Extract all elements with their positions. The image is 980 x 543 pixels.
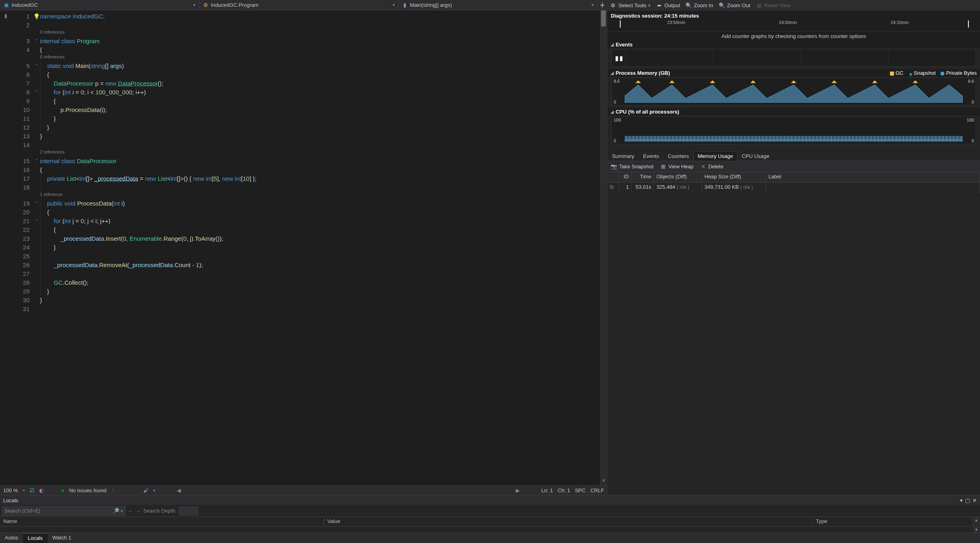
indent-mode[interactable]: SPC — [575, 487, 586, 493]
snapshot-grid-header: ID Time Objects (Diff) Heap Size (Diff) … — [607, 172, 980, 183]
line-ending[interactable]: CRLF — [590, 487, 604, 493]
profiler-tabs: Summary Events Counters Memory Usage CPU… — [607, 150, 980, 161]
zoom-out-button[interactable]: 🔍Zoom Out — [719, 2, 750, 8]
codelens-references[interactable]: 0 references — [40, 30, 64, 34]
collapse-icon: ◢ — [611, 71, 614, 75]
view-heap-button[interactable]: ⊞View Heap — [660, 164, 693, 170]
col-objects[interactable]: Objects (Diff) — [654, 172, 702, 182]
col-label[interactable]: Label — [766, 172, 980, 182]
nav-back-button[interactable]: ← — [128, 508, 133, 514]
svg-marker-3 — [751, 80, 756, 83]
tab-events[interactable]: Events — [639, 151, 663, 161]
tab-locals[interactable]: Locals — [23, 533, 48, 543]
class-dropdown[interactable]: ⚙InducedGC.Program▾ — [199, 0, 399, 10]
memory-chart[interactable]: 8.6 0 8.6 0 — [611, 78, 976, 106]
class-name: InducedGC.Program — [211, 2, 259, 8]
snapshot-toolbar: 📷Take Snapshot ⊞View Heap ✕Delete — [607, 161, 980, 172]
member-name: Main(string[] args) — [410, 2, 452, 8]
col-name[interactable]: Name — [0, 517, 324, 526]
health-icon[interactable]: ☑ — [30, 487, 34, 493]
code-editor[interactable]: namespace InducedGC; 0 references intern… — [40, 10, 600, 485]
cpu-header[interactable]: ◢CPU (% of all processors) — [607, 108, 980, 116]
diagnostics-toolbar: ⚙Select Tools▾ ➦Output 🔍Zoom In 🔍Zoom Ou… — [607, 0, 980, 11]
chevron-down-icon: ▾ — [193, 2, 196, 8]
cell-objects-diff: ( n/a ) — [677, 184, 689, 190]
issues-text[interactable]: No issues found — [69, 487, 106, 493]
output-button[interactable]: ➦Output — [656, 2, 680, 8]
gear-icon: ⚙ — [610, 2, 616, 8]
zoom-out-icon: 🔍 — [719, 2, 725, 8]
nav-forward-button[interactable]: → — [136, 508, 141, 514]
tab-counters[interactable]: Counters — [663, 151, 693, 161]
cleanup-icon[interactable]: 🖌 — [143, 487, 148, 493]
svg-marker-6 — [872, 80, 878, 83]
col-time[interactable]: Time — [631, 172, 654, 182]
scroll-down-icon[interactable]: ▼ — [974, 527, 978, 532]
timeline-ruler[interactable]: 23:50min 24:00min 24:10min — [607, 20, 980, 32]
search-depth-label: Search Depth: — [143, 508, 176, 514]
legend-gc: GC — [890, 70, 904, 76]
close-icon[interactable]: ✕ — [972, 497, 977, 503]
vertical-scrollbar[interactable]: ▲ ▼ — [600, 10, 607, 485]
pause-icon: ▮▮ — [615, 54, 624, 62]
codelens-references[interactable]: 0 references — [40, 54, 64, 59]
split-editor-button[interactable]: ╪ — [597, 2, 607, 8]
search-depth-combo[interactable] — [179, 507, 198, 515]
events-lane[interactable]: ▮▮ — [611, 49, 976, 67]
zoom-level[interactable]: 100 % — [3, 487, 18, 493]
member-dropdown[interactable]: ▮Main(string[] args)▾ — [399, 0, 598, 10]
chevron-down-icon: ▾ — [393, 2, 395, 8]
cell-objects: 325,484 — [656, 184, 675, 190]
select-tools-button[interactable]: ⚙Select Tools▾ — [610, 2, 650, 8]
take-snapshot-button[interactable]: 📷Take Snapshot — [611, 164, 653, 170]
glyph-margin[interactable]: ▮ — [0, 10, 11, 485]
collapse-icon: ◢ — [611, 110, 614, 114]
svg-marker-5 — [832, 80, 837, 83]
codelens-references[interactable]: 2 references — [40, 150, 64, 154]
codelens-references[interactable]: 1 reference — [40, 192, 62, 197]
scroll-up-icon[interactable]: ▲ — [974, 518, 978, 522]
fold-gutter[interactable]: 💡˅˅˅˅˅˅ — [33, 10, 40, 485]
col-heap[interactable]: Heap Size (Diff) — [702, 172, 766, 182]
zoom-in-icon: 🔍 — [685, 2, 692, 8]
tab-watch[interactable]: Watch 1 — [48, 533, 76, 543]
output-icon: ➦ — [656, 2, 662, 8]
delete-snapshot-button[interactable]: ✕Delete — [700, 164, 723, 170]
hscroll-left-icon[interactable]: ◀ — [177, 487, 181, 493]
legend-private-bytes: Private Bytes — [940, 70, 977, 76]
cpu-chart[interactable]: 100 0 100 0 — [611, 116, 976, 144]
search-icon[interactable]: 🔎 — [113, 508, 119, 514]
search-input[interactable]: Search (Ctrl+E)🔎▾ — [2, 506, 126, 516]
pin-icon[interactable]: ▢ — [965, 497, 970, 503]
zoom-in-button[interactable]: 🔍Zoom In — [685, 2, 713, 8]
search-placeholder: Search (Ctrl+E) — [4, 508, 40, 514]
analyzer-icon[interactable]: ◐ — [39, 487, 44, 493]
scrollbar[interactable]: ▲▼ — [973, 517, 980, 533]
locals-panel: Locals ▾ ▢ ✕ Search (Ctrl+E)🔎▾ ← → Searc… — [0, 495, 980, 543]
window-position-icon[interactable]: ▾ — [960, 497, 963, 503]
tab-cpu-usage[interactable]: CPU Usage — [738, 151, 774, 161]
col-id[interactable]: ID — [619, 172, 631, 182]
heap-icon: ⊞ — [660, 164, 666, 170]
cell-id: 1 — [619, 183, 631, 193]
col-type[interactable]: Type — [813, 517, 973, 526]
tab-summary[interactable]: Summary — [607, 151, 639, 161]
tab-memory-usage[interactable]: Memory Usage — [693, 151, 738, 161]
reset-view-button[interactable]: ▥Reset View — [756, 2, 791, 8]
project-dropdown[interactable]: ▣InducedGC▾ — [0, 0, 199, 10]
memory-header[interactable]: ◢Process Memory (GB) GC ▼Snapshot Privat… — [607, 69, 980, 77]
line-numbers: 1234567891011121314151617181920212223242… — [11, 10, 33, 485]
delete-icon: ✕ — [700, 164, 706, 170]
caret-line[interactable]: Ln: 1 — [541, 487, 553, 493]
editor-status-bar: 100 %▾ ☑ ◐ ● No issues found 🖌▾ ◀ ▶ Ln: … — [0, 485, 607, 495]
scroll-down-icon[interactable]: ▼ — [600, 478, 607, 485]
tab-autos[interactable]: Autos — [0, 533, 23, 543]
snapshot-row[interactable]: ⧉ 1 53.01s 325,484 ( n/a ) 349,731.00 KB… — [607, 183, 980, 193]
col-value[interactable]: Value — [324, 517, 813, 526]
lightbulb-icon[interactable]: 💡 — [33, 13, 40, 20]
events-header[interactable]: ◢Events — [607, 41, 980, 48]
scrollbar-thumb[interactable] — [601, 10, 606, 26]
pause-button[interactable]: ▮▮ — [613, 52, 625, 64]
caret-char[interactable]: Ch: 1 — [558, 487, 570, 493]
hscroll-right-icon[interactable]: ▶ — [516, 487, 520, 493]
